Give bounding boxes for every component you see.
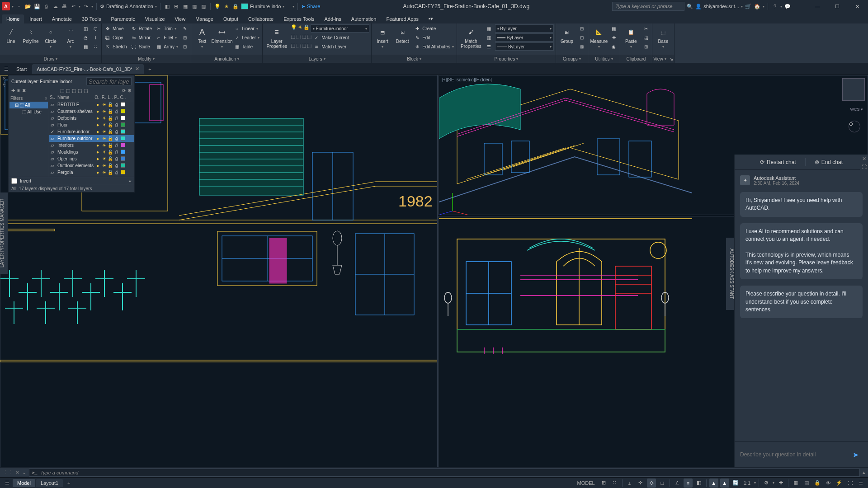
layer-off-icon[interactable]: 💡 <box>291 24 297 33</box>
user-menu[interactable]: 👤 shiyamdev.srit... ▾ <box>695 4 743 9</box>
hardware-accel-icon[interactable]: ⚡ <box>835 479 844 488</box>
collapse-icon[interactable]: « <box>129 178 132 183</box>
scale-ratio[interactable]: 1:1 <box>742 480 752 486</box>
ribbon-tab-add-ins[interactable]: Add-ins <box>320 14 346 23</box>
base-view-button[interactable]: ⬚Base▾ <box>654 24 672 49</box>
notification-icon[interactable]: 💬 <box>784 3 791 10</box>
invert-filter-checkbox[interactable] <box>11 178 17 184</box>
share-button[interactable]: ➤ Share <box>301 4 320 9</box>
line-tool[interactable]: ╱Line <box>2 24 20 44</box>
send-icon[interactable]: ➤ <box>848 447 863 462</box>
measure-button[interactable]: 📐Measure▾ <box>590 24 608 49</box>
ribbon-tab-insert[interactable]: Insert <box>25 14 47 23</box>
draw-extra-6[interactable]: ∷ <box>91 42 99 51</box>
lineweight-dropdown[interactable]: ━━━ ByLayer▾ <box>495 33 554 42</box>
osnap-toggle[interactable]: □ <box>658 479 667 488</box>
edit-block-button[interactable]: ✎Edit <box>413 33 455 42</box>
edit-attributes-button[interactable]: ⁜Edit Attributes▾ <box>413 42 455 51</box>
layer-tool-2[interactable]: ⬚ <box>296 33 301 42</box>
lineweight-toggle[interactable]: ≡ <box>684 479 693 488</box>
copy-tool[interactable]: ⿻Copy <box>104 33 128 42</box>
util-extra-2[interactable]: ✚ <box>610 33 618 42</box>
copy-clip-button[interactable]: ⿻ <box>642 33 650 42</box>
otrack-toggle[interactable]: ∠ <box>673 479 682 488</box>
app-menu-dropdown-icon[interactable]: ▾ <box>12 5 14 9</box>
trim-tool[interactable]: ✂Trim▾ <box>155 24 179 33</box>
modify-extra-2[interactable]: ⊞ <box>181 33 189 42</box>
assistant-title-bar[interactable]: AUTODESK ASSISTANT <box>726 238 734 310</box>
cmdline-customize-icon[interactable]: ⌄ <box>22 469 26 475</box>
ribbon-tab-featured-apps[interactable]: Featured Apps <box>382 14 423 23</box>
fillet-tool[interactable]: ⌐Fillet▾ <box>155 33 179 42</box>
layer-lock-icon[interactable]: 🔒 <box>303 24 310 33</box>
layer-tool-icon-b[interactable]: ⬚ <box>78 88 82 93</box>
new-icon[interactable]: ▫ <box>15 3 23 10</box>
layer-freeze-icon[interactable]: ☀ <box>298 24 302 33</box>
linear-dim-tool[interactable]: ↔Linear▾ <box>233 24 260 33</box>
layer-search-input[interactable] <box>86 77 132 85</box>
scale-tool[interactable]: ⛶Scale <box>130 42 153 51</box>
model-space-label[interactable]: MODEL <box>575 480 598 486</box>
qat-icon-4[interactable]: ▧ <box>191 3 198 10</box>
delete-layer-icon[interactable]: ✖ <box>22 88 26 93</box>
create-block-button[interactable]: ✚Create <box>413 24 455 33</box>
ribbon-tab-express-tools[interactable]: Express Tools <box>279 14 319 23</box>
ribbon-tab-automation[interactable]: Automation <box>347 14 381 23</box>
palette-pin-icon[interactable]: ⟠ <box>1 82 7 87</box>
layer-row[interactable]: ▱Floor●☀🔓⎙ <box>49 122 134 128</box>
save-icon[interactable]: 💾 <box>33 3 41 10</box>
draw-extra-2[interactable]: ◔ <box>81 33 90 42</box>
close-button[interactable]: ✕ <box>848 0 866 13</box>
chat-expand-icon[interactable]: ⛶ <box>860 163 868 171</box>
app-home-icon[interactable]: 🏠 <box>754 3 761 10</box>
layer-tool-8[interactable]: ⬚ <box>307 42 311 51</box>
leader-tool[interactable]: ↗Leader▾ <box>233 33 260 42</box>
layer-quickselect[interactable]: Furniture-indo ▾ <box>250 4 291 9</box>
layer-tool-icon-c[interactable]: ⬚ <box>84 88 88 93</box>
workspace-gear-icon[interactable]: ⚙ <box>762 479 771 488</box>
dimension-tool[interactable]: ⟷Dimension▾ <box>213 24 231 49</box>
search-icon[interactable]: 🔍 <box>686 3 693 10</box>
filter-all-used[interactable]: ⬚ All Use <box>9 108 48 115</box>
arc-tool[interactable]: ⌒Arc▾ <box>61 24 80 49</box>
match-properties-button[interactable]: 🖌Match Properties <box>459 24 483 49</box>
quickprops-icon[interactable]: ▤ <box>802 479 811 488</box>
plot-icon[interactable]: 🖶 <box>61 3 68 10</box>
layer-state-icon[interactable]: ⬚ <box>60 88 64 93</box>
layer-row[interactable]: ▱BRDTITLE●☀🔓⎙ <box>49 101 134 108</box>
ribbon-tab-output[interactable]: Output <box>219 14 243 23</box>
ribbon-tab-home[interactable]: Home <box>2 14 24 23</box>
collapse-icon[interactable]: « <box>44 96 47 101</box>
cmdline-grip-icon[interactable]: ⋮⋮ <box>3 469 13 475</box>
layer-row[interactable]: ✓Furniture-indoor●☀🔓⎙ <box>49 128 134 135</box>
qat-icon-2[interactable]: ⊞ <box>173 3 180 10</box>
sc-toggle-2[interactable]: ▲ <box>720 479 729 488</box>
cart-icon[interactable]: 🛒 <box>745 3 752 10</box>
palette-close-icon[interactable]: ✕ <box>1 76 7 81</box>
clip-extra[interactable]: ⊞ <box>642 42 650 51</box>
make-current-button[interactable]: ✓Make Current <box>312 33 350 42</box>
draw-extra-4[interactable]: ⬡ <box>91 24 99 33</box>
group-button[interactable]: ⊞Group <box>558 24 576 44</box>
customize-status-icon[interactable]: ☰ <box>856 479 865 488</box>
tab-document[interactable]: AutoCAD-FY25_Fire-...-Book-Cafe_01_3D*✕ <box>32 64 144 74</box>
modify-extra-1[interactable]: ✎ <box>181 24 189 33</box>
qat-icon-3[interactable]: ▦ <box>182 3 189 10</box>
array-tool[interactable]: ▦Array▾ <box>155 42 179 51</box>
move-tool[interactable]: ✥Move <box>104 24 128 33</box>
layer-tool-5[interactable]: ⬚ <box>291 42 295 51</box>
ribbon-tab-view[interactable]: View <box>170 14 190 23</box>
ribbon-tab-manage[interactable]: Manage <box>191 14 218 23</box>
new-layout-button[interactable]: + <box>64 478 74 488</box>
layer-tool-7[interactable]: ⬚ <box>302 42 306 51</box>
layer-filter-icon[interactable]: ⬚ <box>66 88 70 93</box>
modify-extra-3[interactable]: ⊟ <box>181 42 189 51</box>
sc-toggle-1[interactable]: ▲ <box>709 479 718 488</box>
stretch-tool[interactable]: ⇱Stretch <box>104 42 128 51</box>
linetype-dropdown[interactable]: ─── ByLayer▾ <box>495 42 554 51</box>
ribbon-tab-collaborate[interactable]: Collaborate <box>244 14 278 23</box>
open-icon[interactable]: 📂 <box>24 3 32 10</box>
filter-all[interactable]: ⊟ ⬚ All <box>9 102 48 108</box>
minimize-button[interactable]: — <box>808 0 826 13</box>
transparency-toggle[interactable]: ◧ <box>694 479 703 488</box>
